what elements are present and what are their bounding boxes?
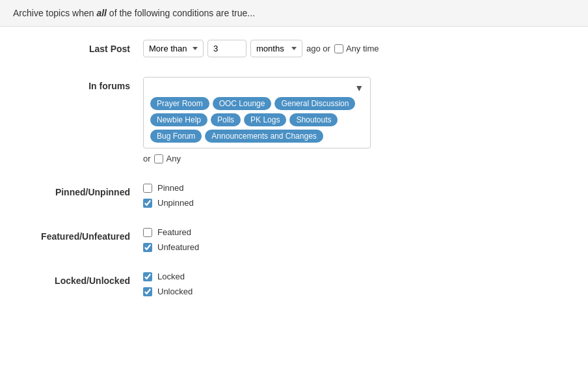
forum-tag[interactable]: OOC Lounge: [213, 97, 272, 110]
in-forums-label: In forums: [13, 77, 143, 91]
pinned-unpinned-controls: Pinned Unpinned: [143, 183, 575, 208]
forum-tag[interactable]: PK Logs: [244, 113, 286, 126]
unfeatured-item[interactable]: Unfeatured: [143, 242, 575, 252]
unpinned-label: Unpinned: [157, 198, 194, 208]
forum-tags-header: ▼: [150, 83, 364, 93]
unlocked-label: Unlocked: [157, 287, 193, 296]
forum-tags-box: ▼ Prayer RoomOOC LoungeGeneral Discussio…: [143, 77, 371, 148]
in-forums-row: In forums ▼ Prayer RoomOOC LoungeGeneral…: [13, 77, 575, 163]
pinned-item[interactable]: Pinned: [143, 183, 575, 193]
more-than-select[interactable]: More than Less than Exactly: [143, 40, 204, 57]
pinned-unpinned-row: Pinned/Unpinned Pinned Unpinned: [13, 183, 575, 208]
pinned-unpinned-label: Pinned/Unpinned: [13, 183, 143, 197]
any-time-checkbox[interactable]: [334, 44, 343, 53]
featured-unfeatured-row: Featured/Unfeatured Featured Unfeatured: [13, 227, 575, 252]
unfeatured-label: Unfeatured: [157, 242, 199, 252]
any-time-text: Any time: [346, 44, 379, 53]
any-forum-checkbox[interactable]: [154, 154, 163, 163]
featured-label: Featured: [157, 227, 191, 237]
pinned-label: Pinned: [157, 183, 183, 193]
in-forums-control: ▼ Prayer RoomOOC LoungeGeneral Discussio…: [143, 77, 575, 163]
locked-item[interactable]: Locked: [143, 272, 575, 281]
page-header: Archive topics when all of the following…: [0, 0, 588, 27]
unlocked-item[interactable]: Unlocked: [143, 287, 575, 296]
unpinned-checkbox[interactable]: [143, 199, 152, 208]
featured-unfeatured-controls: Featured Unfeatured: [143, 227, 575, 252]
any-label: Any: [167, 154, 181, 163]
header-text-prefix: Archive topics when: [13, 8, 96, 18]
months-select[interactable]: minutes hours days weeks months years: [250, 40, 302, 57]
unfeatured-checkbox[interactable]: [143, 243, 152, 252]
forum-tag[interactable]: Bug Forum: [150, 130, 202, 143]
form-body: Last Post More than Less than Exactly mi…: [0, 27, 588, 329]
unpinned-item[interactable]: Unpinned: [143, 198, 575, 208]
forum-tag[interactable]: Polls: [211, 113, 241, 126]
forum-tag[interactable]: Prayer Room: [150, 97, 209, 110]
number-input[interactable]: [207, 40, 247, 57]
forum-tag[interactable]: General Discussion: [274, 97, 355, 110]
forum-tag[interactable]: Newbie Help: [150, 113, 207, 126]
ago-text: ago or: [306, 44, 330, 53]
locked-checkbox[interactable]: [143, 272, 152, 281]
forum-tag[interactable]: Shoutouts: [289, 113, 338, 126]
featured-item[interactable]: Featured: [143, 227, 575, 237]
or-any-row: or Any: [143, 154, 575, 163]
last-post-controls: More than Less than Exactly minutes hour…: [143, 40, 575, 57]
forum-tags-list: Prayer RoomOOC LoungeGeneral DiscussionN…: [150, 97, 364, 143]
forum-tag[interactable]: Announcements and Changes: [205, 130, 323, 143]
forum-dropdown-arrow[interactable]: ▼: [354, 83, 364, 93]
locked-unlocked-label: Locked/Unlocked: [13, 272, 143, 286]
last-post-row: Last Post More than Less than Exactly mi…: [13, 40, 575, 57]
locked-label: Locked: [157, 272, 185, 281]
any-time-label[interactable]: Any time: [334, 44, 379, 53]
header-text-suffix: of the following conditions are true...: [107, 8, 255, 18]
locked-unlocked-controls: Locked Unlocked: [143, 272, 575, 296]
header-em: all: [96, 8, 107, 18]
featured-checkbox[interactable]: [143, 228, 152, 237]
featured-unfeatured-label: Featured/Unfeatured: [13, 227, 143, 242]
locked-unlocked-row: Locked/Unlocked Locked Unlocked: [13, 272, 575, 296]
unlocked-checkbox[interactable]: [143, 287, 152, 296]
or-label: or: [143, 154, 151, 163]
last-post-label: Last Post: [13, 40, 143, 54]
pinned-checkbox[interactable]: [143, 184, 152, 193]
